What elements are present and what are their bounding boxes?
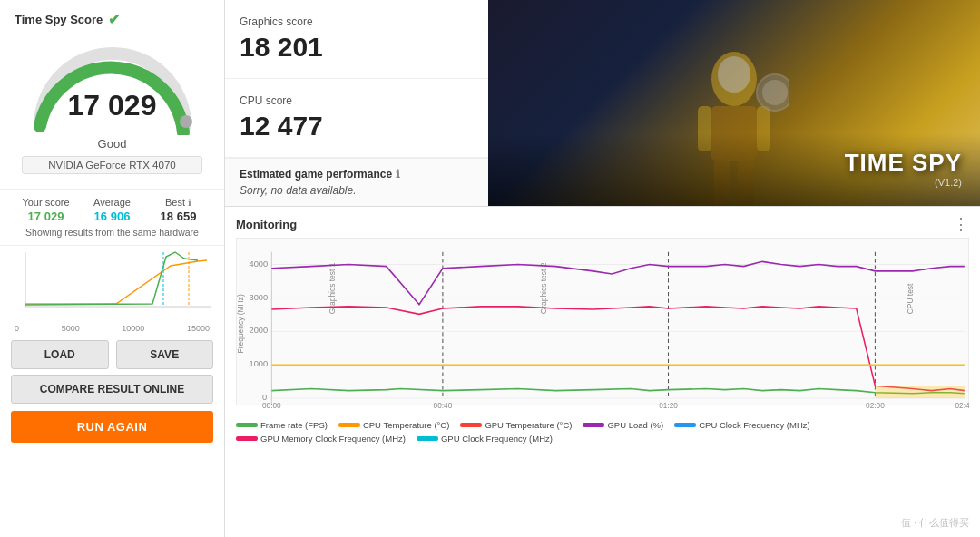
legend-gpu-clock: GPU Clock Frequency (MHz) bbox=[416, 434, 553, 444]
legend-label-gpu-clock: GPU Clock Frequency (MHz) bbox=[441, 434, 553, 444]
legend-label-frame-rate: Frame rate (FPS) bbox=[260, 420, 328, 430]
score-title-text: Time Spy Score bbox=[15, 13, 103, 26]
svg-text:02:40: 02:40 bbox=[955, 401, 969, 410]
chart-area: 0 1000 2000 3000 4000 Frequency (MHz) bbox=[236, 238, 969, 446]
legend-color-gpu-temp bbox=[460, 423, 482, 427]
compare-button[interactable]: COMPARE RESULT ONLINE bbox=[11, 375, 213, 404]
svg-text:Graphics test 2: Graphics test 2 bbox=[539, 262, 548, 314]
score-title-row: Time Spy Score ✔ bbox=[15, 11, 210, 28]
average-label: Average bbox=[79, 197, 145, 208]
monitoring-section: Monitoring ⋮ 0 1000 2000 3000 4000 bbox=[225, 207, 980, 537]
your-score-label: Your score bbox=[13, 197, 79, 208]
svg-text:Frequency (MHz): Frequency (MHz) bbox=[236, 294, 245, 353]
check-icon: ✔ bbox=[108, 11, 120, 28]
mini-chart-axis: 0 5000 10000 15000 bbox=[7, 324, 217, 333]
hero-image: TIME SPY (V1.2) bbox=[488, 0, 980, 206]
best-value: 18 659 bbox=[145, 210, 211, 223]
game-perf-text: Sorry, no data available. bbox=[240, 184, 474, 197]
legend-color-gpu-mem-clock bbox=[236, 436, 258, 441]
graphics-score-value: 18 201 bbox=[240, 32, 474, 63]
hero-version: (V1.2) bbox=[845, 177, 962, 188]
load-button[interactable]: LOAD bbox=[11, 340, 109, 369]
run-again-button[interactable]: RUN AGAIN bbox=[11, 411, 213, 443]
axis-5000: 5000 bbox=[62, 324, 80, 333]
average-score-item: Average 16 906 bbox=[79, 197, 145, 223]
legend-color-cpu-temp bbox=[338, 423, 360, 427]
legend-color-gpu-clock bbox=[416, 436, 438, 441]
save-button[interactable]: SAVE bbox=[116, 340, 214, 369]
svg-point-0 bbox=[180, 115, 192, 128]
svg-text:00:40: 00:40 bbox=[434, 401, 453, 410]
game-perf-title: Estimated game performance ℹ bbox=[240, 168, 474, 181]
hero-text-overlay: TIME SPY (V1.2) bbox=[845, 149, 962, 188]
mini-chart-svg bbox=[7, 248, 214, 320]
cpu-score-label: CPU score bbox=[240, 94, 474, 107]
monitoring-chart-svg: 0 1000 2000 3000 4000 Frequency (MHz) bbox=[236, 238, 969, 415]
axis-10000: 10000 bbox=[122, 324, 144, 333]
cpu-score-value: 12 477 bbox=[240, 111, 474, 142]
main-score-value: 17 029 bbox=[68, 89, 157, 122]
legend-label-cpu-clock: CPU Clock Frequency (MHz) bbox=[699, 420, 809, 430]
svg-text:02:00: 02:00 bbox=[866, 401, 885, 410]
svg-rect-38 bbox=[875, 386, 964, 398]
svg-point-13 bbox=[762, 80, 788, 105]
monitoring-title: Monitoring bbox=[236, 218, 297, 231]
svg-text:1000: 1000 bbox=[250, 358, 269, 368]
best-score-item: Best ℹ 18 659 bbox=[145, 197, 211, 223]
legend-label-gpu-temp: GPU Temperature (°C) bbox=[485, 420, 572, 430]
chart-legend: Frame rate (FPS) CPU Temperature (°C) GP… bbox=[236, 420, 969, 444]
legend-cpu-clock: CPU Clock Frequency (MHz) bbox=[674, 420, 809, 430]
best-label: Best ℹ bbox=[145, 197, 211, 208]
gauge-container: 17 029 bbox=[15, 35, 210, 135]
mini-chart-container: 0 5000 10000 15000 bbox=[0, 246, 224, 333]
legend-frame-rate: Frame rate (FPS) bbox=[236, 420, 328, 430]
svg-text:CPU test: CPU test bbox=[906, 283, 915, 314]
legend-gpu-mem-clock: GPU Memory Clock Frequency (MHz) bbox=[236, 434, 406, 444]
score-status: Good bbox=[15, 137, 210, 151]
svg-text:00:00: 00:00 bbox=[262, 401, 281, 410]
svg-point-7 bbox=[718, 56, 750, 93]
svg-text:3000: 3000 bbox=[250, 291, 269, 301]
score-section: Time Spy Score ✔ 17 029 Good NVIDIA GeFo… bbox=[0, 0, 224, 190]
right-panel: Graphics score 18 201 CPU score 12 477 E… bbox=[225, 0, 980, 537]
same-hardware-text: Showing results from the same hardware bbox=[13, 227, 211, 238]
axis-0: 0 bbox=[15, 324, 19, 333]
graphics-score-box: Graphics score 18 201 bbox=[225, 0, 488, 79]
watermark: 值 · 什么值得买 bbox=[901, 516, 969, 530]
legend-color-gpu-load bbox=[583, 423, 604, 427]
info-icon-perf: ℹ bbox=[396, 168, 400, 181]
score-compare-section: Your score 17 029 Average 16 906 Best ℹ … bbox=[0, 190, 224, 246]
cpu-score-box: CPU score 12 477 bbox=[225, 79, 488, 158]
legend-gpu-load: GPU Load (%) bbox=[583, 420, 663, 430]
legend-color-cpu-clock bbox=[674, 423, 696, 427]
score-boxes: Graphics score 18 201 CPU score 12 477 E… bbox=[225, 0, 488, 206]
left-panel: Time Spy Score ✔ 17 029 Good NVIDIA GeFo… bbox=[0, 0, 225, 537]
legend-label-cpu-temp: CPU Temperature (°C) bbox=[363, 420, 449, 430]
monitoring-header: Monitoring ⋮ bbox=[236, 214, 969, 234]
gpu-name: NVIDIA GeForce RTX 4070 bbox=[22, 156, 202, 174]
legend-cpu-temp: CPU Temperature (°C) bbox=[338, 420, 449, 430]
graphics-score-label: Graphics score bbox=[240, 15, 474, 28]
average-value: 16 906 bbox=[79, 210, 145, 223]
your-score-value: 17 029 bbox=[13, 210, 79, 223]
legend-color-frame-rate bbox=[236, 423, 258, 427]
axis-15000: 15000 bbox=[187, 324, 210, 333]
legend-label-gpu-mem-clock: GPU Memory Clock Frequency (MHz) bbox=[260, 434, 406, 444]
load-save-row: LOAD SAVE bbox=[0, 333, 224, 373]
legend-label-gpu-load: GPU Load (%) bbox=[607, 420, 663, 430]
svg-text:4000: 4000 bbox=[250, 259, 269, 268]
top-row: Graphics score 18 201 CPU score 12 477 E… bbox=[225, 0, 980, 207]
svg-text:2000: 2000 bbox=[250, 325, 269, 335]
compare-row: Your score 17 029 Average 16 906 Best ℹ … bbox=[13, 197, 211, 223]
hero-title: TIME SPY bbox=[845, 149, 962, 177]
svg-text:01:20: 01:20 bbox=[659, 401, 678, 410]
info-icon: ℹ bbox=[188, 198, 191, 208]
your-score-item: Your score 17 029 bbox=[13, 197, 79, 223]
game-perf-box: Estimated game performance ℹ Sorry, no d… bbox=[225, 158, 488, 206]
monitoring-menu-button[interactable]: ⋮ bbox=[953, 214, 969, 234]
legend-gpu-temp: GPU Temperature (°C) bbox=[460, 420, 572, 430]
